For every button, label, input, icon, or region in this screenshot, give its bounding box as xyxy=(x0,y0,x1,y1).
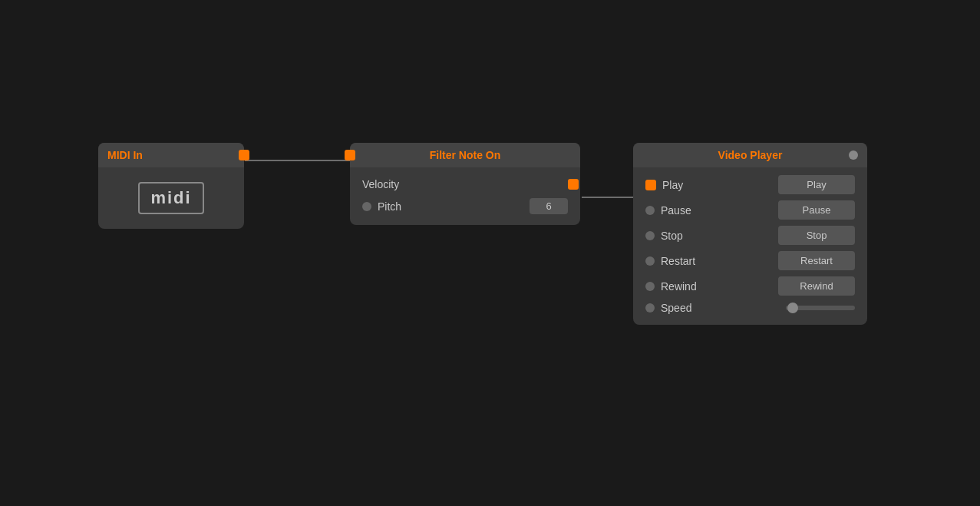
filter-velocity-row: Velocity xyxy=(362,178,568,190)
midi-logo-text: midi xyxy=(150,188,191,208)
video-speed-label: Speed xyxy=(645,302,691,314)
video-rewind-label: Rewind xyxy=(645,280,697,293)
video-rewind-dot xyxy=(645,282,655,291)
video-speed-dot xyxy=(645,303,655,313)
video-stop-button[interactable]: Stop xyxy=(778,226,855,245)
video-restart-button[interactable]: Restart xyxy=(778,251,855,270)
video-play-row: Play Play xyxy=(645,175,855,194)
filter-note-on-node: Filter Note On Velocity Pitch xyxy=(350,143,580,225)
video-player-title: Video Player xyxy=(642,149,858,161)
video-play-button[interactable]: Play xyxy=(778,175,855,194)
midi-in-output-port[interactable] xyxy=(239,150,249,160)
video-pause-button[interactable]: Pause xyxy=(778,200,855,220)
video-restart-label: Restart xyxy=(645,255,695,267)
midi-in-header: MIDI In xyxy=(98,143,244,167)
video-stop-row: Stop Stop xyxy=(645,226,855,245)
video-restart-row: Restart Restart xyxy=(645,251,855,270)
filter-pitch-dot xyxy=(362,202,371,211)
canvas: MIDI In midi Filter Note On Velocity xyxy=(0,0,980,506)
midi-logo: midi xyxy=(138,182,203,214)
video-speed-row: Speed xyxy=(645,302,855,314)
video-pause-label: Pause xyxy=(645,204,691,217)
filter-pitch-label: Pitch xyxy=(362,200,401,213)
video-speed-slider[interactable] xyxy=(786,306,855,310)
filter-pitch-right xyxy=(530,198,568,214)
video-play-input-port[interactable] xyxy=(645,180,656,190)
filter-note-on-body: Velocity Pitch xyxy=(350,167,580,225)
filter-velocity-label: Velocity xyxy=(362,178,399,190)
video-stop-label: Stop xyxy=(645,230,683,242)
video-pause-row: Pause Pause xyxy=(645,200,855,220)
video-player-body: Play Play Pause Pause Stop Stop xyxy=(633,167,867,325)
filter-velocity-output-port[interactable] xyxy=(568,179,579,190)
midi-in-title: MIDI In xyxy=(107,149,143,161)
midi-in-body: midi xyxy=(98,167,244,229)
video-header-port[interactable] xyxy=(849,150,858,160)
video-rewind-row: Rewind Rewind xyxy=(645,276,855,296)
video-player-node: Video Player Play Play Pause Pause xyxy=(633,143,867,325)
filter-pitch-row: Pitch xyxy=(362,198,568,214)
filter-note-on-title: Filter Note On xyxy=(359,149,571,161)
video-restart-dot xyxy=(645,256,655,266)
filter-input-port[interactable] xyxy=(345,150,355,160)
midi-in-node: MIDI In midi xyxy=(98,143,244,229)
video-speed-slider-thumb[interactable] xyxy=(787,303,798,313)
filter-pitch-value[interactable] xyxy=(530,198,568,214)
filter-note-on-header: Filter Note On xyxy=(350,143,580,167)
video-stop-dot xyxy=(645,231,655,240)
video-player-header: Video Player xyxy=(633,143,867,167)
video-play-label: Play xyxy=(645,179,683,191)
video-rewind-button[interactable]: Rewind xyxy=(778,276,855,296)
video-pause-dot xyxy=(645,206,655,215)
